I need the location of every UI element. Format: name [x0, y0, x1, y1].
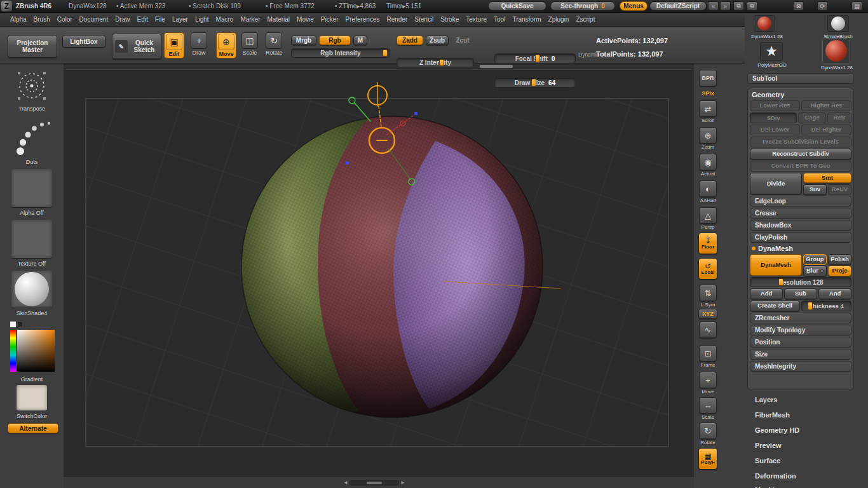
surface-section-header[interactable]: Surface: [749, 455, 855, 466]
create-shell-button[interactable]: Create Shell: [750, 301, 800, 311]
cage-button[interactable]: Cage: [798, 112, 825, 123]
draw-size-slider[interactable]: Draw Size 64: [494, 78, 576, 88]
sub-toggle[interactable]: Sub: [784, 288, 817, 299]
thickness-slider[interactable]: Thickness 4: [801, 301, 851, 311]
focal-shift-handle[interactable]: [535, 55, 540, 62]
reuv-button[interactable]: ReUV: [828, 184, 851, 195]
rotate-nav-button[interactable]: ↻ Rotate: [698, 423, 718, 445]
see-through-slider[interactable]: See-through 0: [550, 1, 615, 11]
zcut-button[interactable]: Zcut: [451, 36, 474, 45]
project-toggle[interactable]: Proje: [828, 266, 851, 276]
crease-subsection[interactable]: Crease: [750, 208, 851, 219]
menu-color[interactable]: Color: [57, 16, 72, 23]
menu-light[interactable]: Light: [195, 16, 209, 23]
document-icon[interactable]: ▤: [851, 1, 862, 11]
convert-bpr-button[interactable]: Convert BPR To Geo: [750, 161, 851, 172]
menu-tool[interactable]: Tool: [494, 16, 505, 23]
curve-button[interactable]: ∿: [698, 322, 718, 338]
tool-thumb-dynawax-current[interactable]: [822, 38, 850, 64]
viewport[interactable]: ◄ ►: [64, 64, 694, 488]
menu-preferences[interactable]: Preferences: [346, 16, 380, 23]
resolution-slider[interactable]: Resolution 128: [750, 277, 851, 287]
claypolish-subsection[interactable]: ClayPolish: [750, 232, 851, 243]
zremesher-subsection[interactable]: ZRemesher: [750, 313, 851, 323]
default-zscript-button[interactable]: DefaultZScript: [649, 1, 707, 11]
draw-mode-button[interactable]: + Draw: [191, 32, 207, 56]
persp-button[interactable]: △ Persp: [698, 207, 718, 230]
masking-section-header[interactable]: Masking: [749, 484, 855, 488]
alternate-button[interactable]: Alternate: [8, 423, 58, 433]
rgb-intensity-slider[interactable]: Rgb Intensity: [291, 48, 390, 58]
rgb-intensity-handle[interactable]: [383, 50, 388, 57]
zadd-button[interactable]: Zadd: [397, 36, 423, 45]
move-nav-button[interactable]: + Move: [698, 372, 718, 395]
preview-section-header[interactable]: Preview: [749, 440, 855, 451]
menu-brush[interactable]: Brush: [34, 16, 50, 23]
menu-stroke[interactable]: Stroke: [440, 16, 459, 23]
zsub-button[interactable]: Zsub: [426, 36, 449, 45]
geometry-hd-section-header[interactable]: Geometry HD: [749, 424, 855, 436]
and-toggle[interactable]: And: [818, 288, 851, 299]
local-button[interactable]: ↺ Local: [698, 258, 718, 280]
focal-shift-slider[interactable]: Focal Shift 0: [494, 53, 576, 64]
layers-section-header[interactable]: Layers: [749, 394, 855, 405]
rotate-mode-button[interactable]: ↻ Rotate: [266, 32, 283, 56]
add-toggle[interactable]: Add: [750, 288, 783, 299]
divide-button[interactable]: Divide: [750, 173, 802, 194]
nav-handle[interactable]: [367, 482, 382, 484]
actual-button[interactable]: ◉ Actual: [698, 154, 718, 177]
lock-icon[interactable]: ⊠: [793, 1, 804, 11]
menu-file[interactable]: File: [155, 16, 165, 23]
mrgb-button[interactable]: Mrgb: [291, 36, 316, 45]
rgb-button[interactable]: Rgb: [319, 36, 351, 45]
xyz-button[interactable]: XYZ: [698, 309, 718, 319]
menu-render[interactable]: Render: [387, 16, 408, 23]
lightbox-button[interactable]: LightBox: [62, 35, 105, 48]
menu-layer[interactable]: Layer: [172, 16, 188, 23]
size-subsection[interactable]: Size: [750, 349, 851, 360]
m-button[interactable]: M: [353, 36, 367, 45]
saturation-value-square[interactable]: [17, 330, 55, 372]
quicksave-button[interactable]: QuickSave: [488, 1, 546, 11]
reconstruct-subdiv-button[interactable]: Reconstruct Subdiv: [750, 149, 851, 159]
edit-mode-button[interactable]: ▣ Edit: [164, 32, 184, 58]
timeline-handle[interactable]: [480, 65, 513, 68]
zoom-button[interactable]: ⊕ Zoom: [698, 127, 718, 150]
z-intensity-slider[interactable]: Z Intensity: [397, 58, 474, 67]
angle-right-icon[interactable]: »: [720, 1, 731, 11]
scale-mode-button[interactable]: ◫ Scale: [241, 32, 258, 56]
projection-master-button[interactable]: Projection Master: [8, 35, 57, 58]
secondary-color-swatch[interactable]: [17, 322, 23, 327]
texture-off-swatch[interactable]: [11, 220, 52, 258]
modify-topology-subsection[interactable]: Modify Topology: [750, 325, 851, 336]
polish-toggle[interactable]: Polish: [828, 254, 851, 265]
menu-zplugin[interactable]: Zplugin: [548, 16, 569, 23]
sdiv-slider[interactable]: SDiv: [750, 112, 797, 123]
draw-size-handle[interactable]: [531, 79, 536, 86]
del-lower-button[interactable]: Del Lower: [750, 125, 800, 135]
spix-slider[interactable]: SPix: [698, 90, 718, 97]
menu-picker[interactable]: Picker: [321, 16, 339, 23]
higher-res-button[interactable]: Higher Res: [801, 100, 851, 111]
hue-strip[interactable]: [10, 330, 16, 372]
menu-document[interactable]: Document: [79, 16, 109, 23]
deformation-section-header[interactable]: Deformation: [749, 470, 855, 482]
aahalf-button[interactable]: ◐ AAHalf: [698, 180, 718, 203]
menu-macro[interactable]: Macro: [216, 16, 234, 23]
thickness-handle[interactable]: [808, 302, 813, 310]
nav-track[interactable]: [349, 480, 399, 485]
nav-right-arrow-icon[interactable]: ►: [400, 480, 405, 485]
edgeloop-subsection[interactable]: EdgeLoop: [750, 196, 851, 207]
lower-res-button[interactable]: Lower Res: [750, 100, 800, 111]
resolution-handle[interactable]: [778, 278, 783, 286]
menu-edit[interactable]: Edit: [137, 16, 148, 23]
subtool-section-header[interactable]: SubTool: [747, 73, 854, 84]
move-mode-button[interactable]: ⊕ Move: [216, 32, 236, 58]
frame-button[interactable]: ⊡ Frame: [698, 345, 718, 368]
floor-button[interactable]: ↧ Floor: [698, 233, 718, 254]
menu-stencil[interactable]: Stencil: [414, 16, 433, 23]
window-right-icon[interactable]: ⧉: [747, 1, 757, 11]
menu-material[interactable]: Material: [268, 16, 290, 23]
menu-marker[interactable]: Marker: [240, 16, 260, 23]
menu-alpha[interactable]: Alpha: [10, 16, 27, 23]
